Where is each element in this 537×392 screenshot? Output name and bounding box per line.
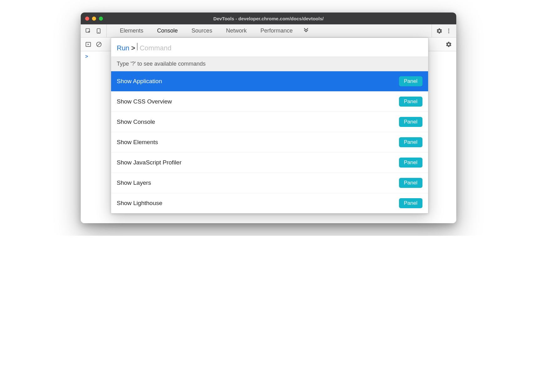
tabs-overflow-button[interactable] bbox=[299, 24, 313, 37]
command-item-badge: Panel bbox=[399, 97, 422, 107]
command-item-label: Show JavaScript Profiler bbox=[117, 159, 182, 166]
tabstrip-right bbox=[432, 24, 456, 37]
command-item-label: Show Elements bbox=[117, 139, 158, 146]
svg-marker-7 bbox=[88, 43, 89, 45]
close-button[interactable] bbox=[85, 17, 89, 21]
tabstrip: Elements Console Sources Network Perform… bbox=[81, 24, 456, 38]
device-toggle-icon[interactable] bbox=[96, 28, 102, 34]
command-item-badge: Panel bbox=[399, 76, 422, 86]
command-item-label: Show CSS Overview bbox=[117, 98, 172, 105]
command-item[interactable]: Show Console Panel bbox=[111, 112, 428, 132]
titlebar: DevTools - developer.chrome.com/docs/dev… bbox=[81, 13, 456, 24]
command-menu: Run >Command Type '?' to see available c… bbox=[111, 38, 428, 214]
minimize-button[interactable] bbox=[92, 17, 96, 21]
tab-elements[interactable]: Elements bbox=[113, 24, 150, 37]
command-item-label: Show Console bbox=[117, 118, 155, 125]
command-item-label: Show Lighthouse bbox=[117, 200, 162, 207]
command-run-label: Run bbox=[117, 44, 129, 52]
command-item[interactable]: Show Layers Panel bbox=[111, 173, 428, 193]
svg-line-9 bbox=[97, 43, 100, 46]
command-item[interactable]: Show Lighthouse Panel bbox=[111, 193, 428, 213]
command-prompt-symbol: > bbox=[131, 44, 135, 52]
command-item-badge: Panel bbox=[399, 158, 422, 168]
command-hint: Type '?' to see available commands bbox=[111, 57, 428, 71]
console-prompt-icon: > bbox=[85, 54, 88, 59]
tab-console[interactable]: Console bbox=[150, 24, 185, 37]
svg-point-4 bbox=[448, 30, 449, 31]
command-item-badge: Panel bbox=[399, 137, 422, 147]
svg-point-3 bbox=[448, 28, 449, 29]
command-item[interactable]: Show Elements Panel bbox=[111, 132, 428, 153]
svg-point-5 bbox=[448, 32, 449, 33]
tab-network[interactable]: Network bbox=[219, 24, 253, 37]
more-menu-icon[interactable] bbox=[446, 28, 452, 34]
command-item-label: Show Application bbox=[117, 78, 162, 85]
command-input[interactable]: Run >Command bbox=[111, 38, 428, 57]
command-item-badge: Panel bbox=[399, 117, 422, 127]
window-title: DevTools - developer.chrome.com/docs/dev… bbox=[81, 16, 456, 21]
command-item[interactable]: Show Application Panel bbox=[111, 71, 428, 92]
inspect-element-icon[interactable] bbox=[85, 28, 91, 34]
toggle-sidebar-icon[interactable] bbox=[85, 41, 91, 48]
maximize-button[interactable] bbox=[99, 17, 103, 21]
command-item-label: Show Layers bbox=[117, 179, 151, 186]
devtools-window: DevTools - developer.chrome.com/docs/dev… bbox=[81, 13, 456, 223]
tabstrip-tabs: Elements Console Sources Network Perform… bbox=[107, 24, 432, 37]
command-item-badge: Panel bbox=[399, 198, 422, 208]
command-item-badge: Panel bbox=[399, 178, 422, 188]
console-settings-icon[interactable] bbox=[446, 41, 452, 48]
tab-sources[interactable]: Sources bbox=[185, 24, 219, 37]
command-item[interactable]: Show CSS Overview Panel bbox=[111, 92, 428, 112]
clear-console-icon[interactable] bbox=[96, 41, 102, 48]
command-placeholder: Command bbox=[140, 44, 171, 52]
settings-icon[interactable] bbox=[436, 28, 442, 34]
text-caret-icon bbox=[137, 43, 137, 50]
traffic-lights bbox=[85, 17, 103, 21]
tabstrip-left bbox=[81, 24, 107, 37]
command-list: Show Application Panel Show CSS Overview… bbox=[111, 71, 428, 213]
tab-performance[interactable]: Performance bbox=[253, 24, 299, 37]
command-item[interactable]: Show JavaScript Profiler Panel bbox=[111, 153, 428, 173]
